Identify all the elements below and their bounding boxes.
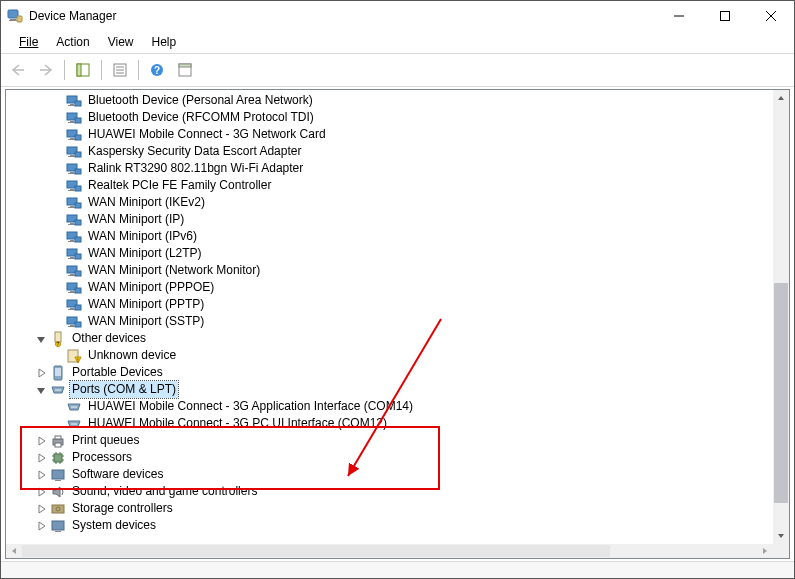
scroll-track[interactable] — [22, 544, 757, 558]
menu-help[interactable]: Help — [144, 33, 185, 51]
expand-icon[interactable] — [34, 366, 48, 380]
category-print-queues[interactable]: Print queues — [6, 432, 773, 449]
menu-view[interactable]: View — [100, 33, 142, 51]
device-port-com14[interactable]: HUAWEI Mobile Connect - 3G Application I… — [6, 398, 773, 415]
device-network-adapter[interactable]: Ralink RT3290 802.11bgn Wi-Fi Adapter — [6, 160, 773, 177]
device-port-com12[interactable]: HUAWEI Mobile Connect - 3G PC UI Interfa… — [6, 415, 773, 432]
tree-label: System devices — [70, 517, 158, 534]
storage-icon — [50, 501, 66, 517]
svg-point-91 — [73, 423, 75, 425]
toolbar-extra-button[interactable] — [172, 57, 198, 83]
maximize-button[interactable] — [702, 1, 748, 31]
device-network-adapter[interactable]: Kaspersky Security Data Escort Adapter — [6, 143, 773, 160]
device-network-adapter[interactable]: WAN Miniport (PPPOE) — [6, 279, 773, 296]
horizontal-scrollbar[interactable] — [6, 544, 773, 558]
svg-point-87 — [71, 406, 73, 408]
device-tree[interactable]: Bluetooth Device (Personal Area Network)… — [6, 90, 773, 544]
category-other-devices[interactable]: ? Other devices — [6, 330, 773, 347]
close-button[interactable] — [748, 1, 794, 31]
scroll-thumb[interactable] — [774, 283, 788, 502]
scroll-thumb[interactable] — [22, 545, 610, 557]
svg-rect-61 — [70, 274, 74, 275]
category-storage[interactable]: Storage controllers — [6, 500, 773, 517]
category-processors[interactable]: Processors — [6, 449, 773, 466]
network-adapter-icon — [66, 127, 82, 143]
network-adapter-icon — [66, 178, 82, 194]
svg-point-92 — [75, 423, 77, 425]
svg-rect-106 — [55, 480, 61, 481]
svg-rect-63 — [75, 271, 81, 276]
tree-panel: Bluetooth Device (Personal Area Network)… — [5, 89, 790, 559]
svg-rect-35 — [75, 152, 81, 157]
scroll-up-arrow[interactable] — [773, 90, 789, 106]
device-network-adapter[interactable]: WAN Miniport (Network Monitor) — [6, 262, 773, 279]
svg-point-88 — [73, 406, 75, 408]
expand-icon[interactable] — [34, 434, 48, 448]
back-button[interactable] — [5, 57, 31, 83]
network-adapter-icon — [66, 161, 82, 177]
collapse-icon[interactable] — [34, 332, 48, 346]
svg-rect-23 — [75, 101, 81, 106]
vertical-scrollbar[interactable] — [773, 90, 789, 544]
svg-rect-19 — [179, 64, 191, 67]
show-hide-console-tree-button[interactable] — [70, 57, 96, 83]
tree-label: WAN Miniport (L2TP) — [86, 245, 204, 262]
category-sound[interactable]: Sound, video and game controllers — [6, 483, 773, 500]
scroll-left-arrow[interactable] — [6, 544, 22, 558]
device-network-adapter[interactable]: WAN Miniport (IKEv2) — [6, 194, 773, 211]
device-network-adapter[interactable]: WAN Miniport (PPTP) — [6, 296, 773, 313]
svg-rect-25 — [70, 121, 74, 122]
svg-rect-83 — [55, 368, 61, 376]
svg-rect-67 — [75, 288, 81, 293]
tree-label: Processors — [70, 449, 134, 466]
category-portable-devices[interactable]: Portable Devices — [6, 364, 773, 381]
svg-point-90 — [71, 423, 73, 425]
toolbar-separator — [138, 60, 139, 80]
tree-label: WAN Miniport (SSTP) — [86, 313, 206, 330]
printer-icon — [50, 433, 66, 449]
expand-icon[interactable] — [34, 502, 48, 516]
software-devices-icon — [50, 467, 66, 483]
device-unknown[interactable]: ! Unknown device — [6, 347, 773, 364]
tree-label: Other devices — [70, 330, 148, 347]
unknown-device-icon: ! — [66, 348, 82, 364]
scroll-track[interactable] — [773, 106, 789, 528]
device-network-adapter[interactable]: Bluetooth Device (RFCOMM Protocol TDI) — [6, 109, 773, 126]
device-network-adapter[interactable]: Bluetooth Device (Personal Area Network) — [6, 92, 773, 109]
svg-rect-94 — [55, 436, 61, 439]
category-system[interactable]: System devices — [6, 517, 773, 534]
device-network-adapter[interactable]: Realtek PCIe FE Family Controller — [6, 177, 773, 194]
device-network-adapter[interactable]: HUAWEI Mobile Connect - 3G Network Card — [6, 126, 773, 143]
category-software-devices[interactable]: Software devices — [6, 466, 773, 483]
expand-icon[interactable] — [34, 451, 48, 465]
tree-label: HUAWEI Mobile Connect - 3G Application I… — [86, 398, 415, 415]
scroll-down-arrow[interactable] — [773, 528, 789, 544]
menu-action[interactable]: Action — [48, 33, 97, 51]
tree-label: Bluetooth Device (Personal Area Network) — [86, 92, 315, 109]
category-ports[interactable]: Ports (COM & LPT) — [6, 381, 773, 398]
expand-icon[interactable] — [34, 485, 48, 499]
device-network-adapter[interactable]: WAN Miniport (L2TP) — [6, 245, 773, 262]
svg-text:?: ? — [154, 65, 160, 76]
device-network-adapter[interactable]: WAN Miniport (IPv6) — [6, 228, 773, 245]
svg-rect-41 — [70, 189, 74, 190]
expand-icon[interactable] — [34, 519, 48, 533]
expand-icon[interactable] — [34, 468, 48, 482]
port-icon — [66, 416, 82, 432]
forward-button[interactable] — [33, 57, 59, 83]
tree-label: Sound, video and game controllers — [70, 483, 259, 500]
properties-button[interactable] — [107, 57, 133, 83]
scroll-right-arrow[interactable] — [757, 544, 773, 558]
svg-point-84 — [55, 389, 57, 391]
svg-rect-33 — [70, 155, 74, 156]
svg-rect-45 — [70, 206, 74, 207]
help-button[interactable]: ? — [144, 57, 170, 83]
window-controls — [656, 1, 794, 31]
status-bar — [1, 561, 794, 578]
device-network-adapter[interactable]: WAN Miniport (IP) — [6, 211, 773, 228]
svg-rect-27 — [75, 118, 81, 123]
menu-file[interactable]: File — [11, 33, 46, 51]
minimize-button[interactable] — [656, 1, 702, 31]
device-network-adapter[interactable]: WAN Miniport (SSTP) — [6, 313, 773, 330]
collapse-icon[interactable] — [34, 383, 48, 397]
